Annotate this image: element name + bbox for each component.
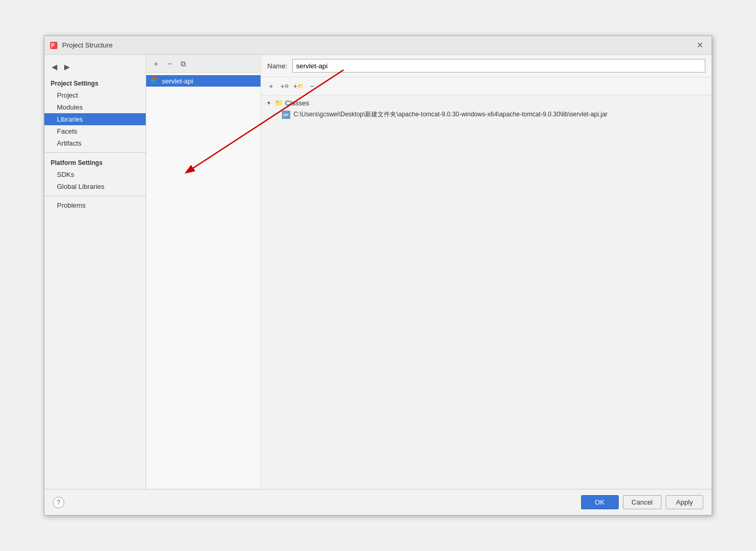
sidebar-item-global-libraries[interactable]: Global Libraries	[44, 181, 146, 193]
project-settings-header: Project Settings	[44, 77, 146, 89]
bottom-left: ?	[53, 497, 64, 508]
detail-add-button[interactable]: +	[265, 80, 277, 92]
library-list-panel: + − ⧉ servlet-api	[146, 55, 261, 489]
sidebar-item-facets[interactable]: Facets	[44, 125, 146, 137]
classes-label: Classes	[285, 99, 309, 107]
app-icon: P	[50, 41, 58, 50]
library-list-item[interactable]: servlet-api	[146, 75, 261, 87]
detail-content: ▼ 📁 Classes jar C:\Users\gcswei\Desktop\…	[261, 95, 712, 489]
name-input[interactable]	[292, 59, 705, 73]
sidebar-item-libraries[interactable]: Libraries	[44, 113, 146, 125]
help-button[interactable]: ?	[53, 497, 64, 508]
back-button[interactable]: ◀	[49, 61, 60, 73]
close-button[interactable]: ✕	[693, 39, 706, 51]
sidebar-item-modules[interactable]: Modules	[44, 101, 146, 113]
detail-toolbar: + +⚙ +📁 −	[261, 77, 712, 95]
detail-add3-button[interactable]: +📁	[292, 80, 304, 92]
cancel-button[interactable]: Cancel	[623, 495, 662, 509]
svg-text:P: P	[51, 43, 55, 49]
sidebar-divider-1	[44, 152, 146, 153]
sidebar-item-problems[interactable]: Problems	[44, 199, 146, 211]
classes-folder-icon: 📁	[275, 99, 283, 107]
classes-tree-node[interactable]: ▼ 📁 Classes	[261, 98, 712, 109]
bars-icon	[151, 78, 158, 83]
lib-toolbar: + − ⧉	[146, 55, 261, 73]
forward-button[interactable]: ▶	[61, 61, 73, 73]
jar-tree-item[interactable]: jar C:\Users\gcswei\Desktop\新建文件夹\apache…	[261, 109, 712, 121]
library-icon	[150, 77, 159, 85]
bottom-right: OK Cancel Apply	[581, 495, 703, 509]
nav-buttons: ◀ ▶	[44, 59, 146, 77]
main-content: ◀ ▶ Project Settings Project Modules Lib…	[44, 55, 712, 489]
copy-library-button[interactable]: ⧉	[178, 58, 189, 69]
add-library-button[interactable]: +	[150, 58, 162, 69]
title-bar-left: P Project Structure	[50, 41, 113, 50]
jar-icon: jar	[282, 111, 290, 119]
detail-add2-button[interactable]: +⚙	[279, 80, 290, 92]
bottom-bar: ? OK Cancel Apply	[44, 489, 712, 515]
dialog-title: Project Structure	[62, 41, 113, 49]
apply-button[interactable]: Apply	[666, 495, 703, 509]
project-structure-dialog: P Project Structure ✕ ◀ ▶ Project Settin…	[44, 35, 712, 516]
tree-toggle-icon: ▼	[265, 100, 273, 107]
sidebar: ◀ ▶ Project Settings Project Modules Lib…	[44, 55, 146, 489]
detail-panel: Name: + +⚙ +📁 − ▼	[261, 55, 712, 489]
library-list: servlet-api	[146, 73, 261, 489]
remove-library-button[interactable]: −	[164, 58, 175, 69]
ok-button[interactable]: OK	[581, 495, 619, 509]
sidebar-item-project[interactable]: Project	[44, 89, 146, 101]
detail-remove-button[interactable]: −	[306, 80, 317, 92]
library-item-label: servlet-api	[162, 77, 193, 85]
platform-settings-header: Platform Settings	[44, 156, 146, 169]
title-bar: P Project Structure ✕	[44, 36, 712, 55]
sidebar-item-sdks[interactable]: SDKs	[44, 169, 146, 181]
name-row: Name:	[261, 55, 712, 77]
sidebar-divider-2	[44, 196, 146, 196]
sidebar-item-artifacts[interactable]: Artifacts	[44, 137, 146, 149]
main-body: + − ⧉ servlet-api	[146, 55, 712, 489]
name-label: Name:	[267, 62, 287, 70]
jar-path-label: C:\Users\gcswei\Desktop\新建文件夹\apache-tom…	[293, 110, 608, 119]
